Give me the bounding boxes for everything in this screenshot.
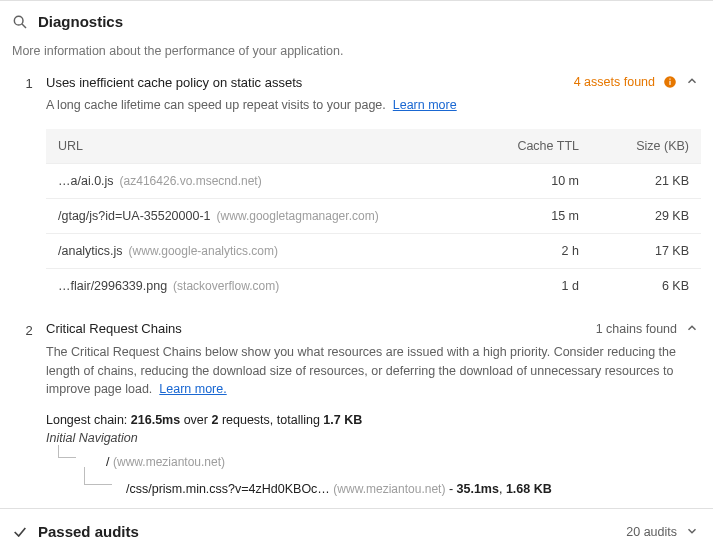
audit-title: Critical Request Chains xyxy=(46,321,588,336)
table-header-size: Size (KB) xyxy=(591,129,701,164)
table-header-ttl: Cache TTL xyxy=(483,129,591,164)
audit-item: 2 Critical Request Chains 1 chains found… xyxy=(12,315,701,508)
audit-description: The Critical Request Chains below show y… xyxy=(46,343,701,399)
svg-point-0 xyxy=(14,16,23,25)
diagnostics-header: Diagnostics xyxy=(12,13,701,38)
audit-summary: 1 chains found xyxy=(596,322,677,336)
chevron-up-icon[interactable] xyxy=(685,321,701,337)
audit-item: 1 Uses inefficient cache policy on stati… xyxy=(12,68,701,315)
svg-rect-4 xyxy=(669,79,670,80)
check-icon xyxy=(12,524,28,538)
learn-more-link[interactable]: Learn more xyxy=(393,98,457,112)
chain-stats: - 35.1ms, 1.68 KB xyxy=(445,482,551,496)
audit-title: Uses inefficient cache policy on static … xyxy=(46,75,566,90)
chevron-up-icon[interactable] xyxy=(685,74,701,90)
table-row: …flair/2996339.png(stackoverflow.com) 1 … xyxy=(46,268,701,303)
diagnostics-description: More information about the performance o… xyxy=(12,44,701,58)
chain-node: /css/prism.min.css?v=4zHd0KBOc… (www.mez… xyxy=(46,475,701,496)
audit-index: 1 xyxy=(12,74,46,303)
magnifier-icon xyxy=(12,14,28,30)
svg-line-1 xyxy=(22,24,26,28)
table-row: /analytics.js(www.google-analytics.com) … xyxy=(46,233,701,268)
chain-node: / (www.meziantou.net) xyxy=(46,448,701,469)
cache-assets-table: URL Cache TTL Size (KB) …a/ai.0.js(az416… xyxy=(46,129,701,303)
svg-rect-3 xyxy=(669,81,670,85)
audit-summary: 4 assets found xyxy=(574,75,655,89)
table-row: …a/ai.0.js(az416426.vo.msecnd.net) 10 m … xyxy=(46,163,701,198)
chevron-down-icon[interactable] xyxy=(685,524,701,538)
passed-audits-title: Passed audits xyxy=(38,523,626,537)
table-header-url: URL xyxy=(46,129,483,164)
tree-connector-icon xyxy=(46,475,126,493)
request-chain: Longest chain: 216.5ms over 2 requests, … xyxy=(46,413,701,496)
table-row: /gtag/js?id=UA-35520000-1(www.googletagm… xyxy=(46,198,701,233)
learn-more-link[interactable]: Learn more. xyxy=(159,382,226,396)
diagnostics-section: Diagnostics More information about the p… xyxy=(0,0,713,508)
passed-audits-count: 20 audits xyxy=(626,525,677,538)
audit-description: A long cache lifetime can speed up repea… xyxy=(46,96,701,115)
audit-header[interactable]: Critical Request Chains 1 chains found xyxy=(46,321,701,337)
chain-longest: Longest chain: 216.5ms over 2 requests, … xyxy=(46,413,701,427)
info-icon xyxy=(663,75,677,89)
passed-audits-section[interactable]: Passed audits 20 audits xyxy=(0,508,713,537)
diagnostics-title: Diagnostics xyxy=(38,13,123,30)
audit-index: 2 xyxy=(12,321,46,496)
audit-header[interactable]: Uses inefficient cache policy on static … xyxy=(46,74,701,90)
chain-root: Initial Navigation xyxy=(46,431,701,445)
tree-connector-icon xyxy=(46,448,106,466)
